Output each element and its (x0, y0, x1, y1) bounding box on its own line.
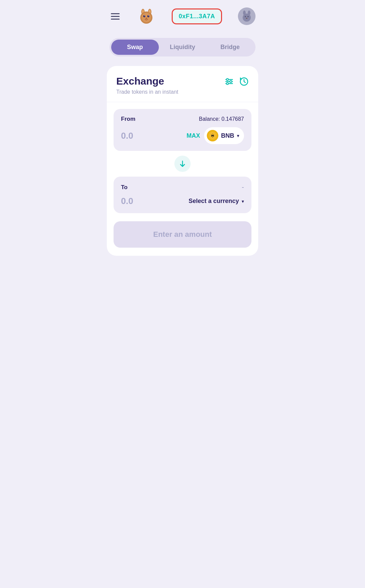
from-label: From (121, 116, 136, 122)
balance-display: Balance: 0.147687 (199, 116, 244, 122)
phone-container: 0xF1...3A7A Swap Liquidity Bridge Exchan… (101, 0, 264, 588)
currency-selector-text: Select a currency (189, 198, 239, 205)
to-box-body: Select a currency ▾ (121, 196, 244, 206)
svg-point-22 (230, 81, 232, 83)
tab-swap[interactable]: Swap (111, 40, 159, 55)
bnb-token-selector[interactable]: BNB ▾ (204, 127, 244, 144)
enter-amount-button[interactable]: Enter an amount (114, 221, 251, 248)
balance-value: 0.147687 (221, 116, 244, 122)
svg-point-6 (143, 15, 145, 17)
bnb-icon (207, 130, 218, 141)
card-subtitle: Trade tokens in an instant (116, 89, 178, 95)
svg-point-14 (243, 14, 251, 22)
card-title: Exchange (116, 75, 178, 87)
settings-icon[interactable] (224, 77, 234, 88)
to-token-box: To - Select a currency ▾ (114, 177, 251, 213)
svg-point-17 (246, 18, 247, 19)
card-header: Exchange Trade tokens in an instant (107, 66, 258, 102)
currency-selector[interactable]: Select a currency ▾ (189, 198, 244, 205)
svg-point-8 (144, 16, 145, 16)
to-amount-input[interactable] (121, 196, 162, 206)
svg-point-7 (147, 15, 149, 17)
from-token-chevron: ▾ (237, 133, 239, 138)
currency-chevron: ▾ (242, 199, 244, 204)
svg-point-23 (226, 83, 228, 85)
tab-liquidity[interactable]: Liquidity (159, 40, 206, 55)
card-title-section: Exchange Trade tokens in an instant (116, 75, 178, 95)
to-box-header: To - (121, 183, 244, 191)
svg-point-9 (148, 16, 149, 16)
svg-point-5 (142, 13, 151, 22)
to-label: To (121, 184, 128, 191)
from-box-header: From Balance: 0.147687 (121, 116, 244, 122)
svg-point-15 (245, 16, 246, 17)
user-avatar[interactable] (238, 7, 256, 25)
wallet-address-button[interactable]: 0xF1...3A7A (172, 8, 222, 24)
exchange-card: Exchange Trade tokens in an instant (107, 66, 258, 256)
tab-bridge[interactable]: Bridge (206, 40, 254, 55)
svg-point-10 (145, 18, 147, 19)
hamburger-menu-button[interactable] (110, 12, 121, 21)
from-box-body: MAX (121, 127, 244, 144)
balance-label: Balance: (199, 116, 222, 122)
swap-direction-button[interactable] (174, 156, 191, 172)
from-token-controls: MAX (187, 127, 244, 144)
swap-body: From Balance: 0.147687 MAX (107, 102, 258, 221)
svg-point-16 (247, 16, 249, 17)
from-token-name: BNB (221, 132, 234, 139)
to-dash: - (242, 183, 244, 191)
from-amount-input[interactable] (121, 131, 162, 141)
from-token-box: From Balance: 0.147687 MAX (114, 109, 251, 151)
svg-point-26 (212, 135, 213, 136)
header: 0xF1...3A7A (101, 0, 264, 31)
max-button[interactable]: MAX (187, 132, 200, 139)
swap-arrow-container (114, 156, 251, 172)
history-icon[interactable] (239, 77, 249, 88)
tab-navigation: Swap Liquidity Bridge (110, 38, 256, 56)
svg-point-21 (226, 78, 228, 81)
card-actions (224, 75, 249, 88)
pancakeswap-logo (137, 7, 156, 26)
